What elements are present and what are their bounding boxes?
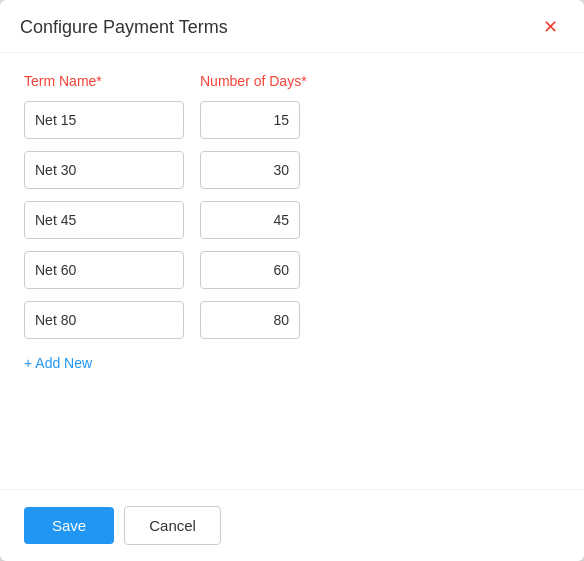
term-name-input[interactable] (24, 301, 184, 339)
days-input[interactable] (200, 151, 300, 189)
days-input[interactable] (200, 201, 300, 239)
modal-header: Configure Payment Terms ✕ (0, 0, 584, 53)
table-row (24, 251, 560, 289)
days-input[interactable] (200, 251, 300, 289)
configure-payment-terms-modal: Configure Payment Terms ✕ Term Name* Num… (0, 0, 584, 561)
modal-footer: Save Cancel (0, 489, 584, 561)
modal-body: Term Name* Number of Days* + Add New (0, 53, 584, 489)
term-name-column-header: Term Name* (24, 73, 184, 89)
save-button[interactable]: Save (24, 507, 114, 544)
term-name-input[interactable] (24, 101, 184, 139)
days-column-header: Number of Days* (200, 73, 320, 89)
table-row (24, 101, 560, 139)
table-row (24, 201, 560, 239)
modal-title: Configure Payment Terms (20, 17, 228, 38)
table-row (24, 151, 560, 189)
days-input[interactable] (200, 301, 300, 339)
columns-header: Term Name* Number of Days* (24, 73, 560, 89)
cancel-button[interactable]: Cancel (124, 506, 221, 545)
days-input[interactable] (200, 101, 300, 139)
term-rows-container (24, 101, 560, 339)
add-new-button[interactable]: + Add New (24, 355, 92, 371)
term-name-input[interactable] (24, 201, 184, 239)
table-row (24, 301, 560, 339)
term-name-input[interactable] (24, 251, 184, 289)
close-button[interactable]: ✕ (537, 16, 564, 38)
term-name-input[interactable] (24, 151, 184, 189)
